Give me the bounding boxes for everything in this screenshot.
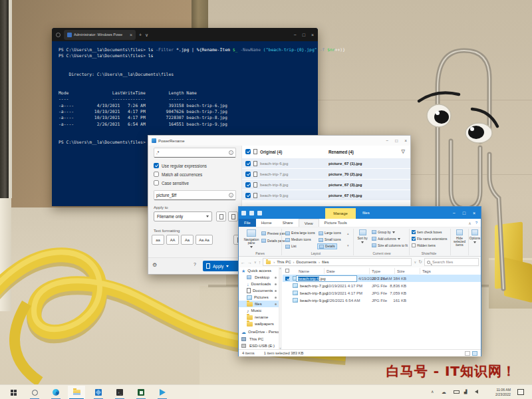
options-button[interactable]: Options xyxy=(469,229,481,243)
maximize-button[interactable]: □ xyxy=(395,138,398,143)
explorer-titlebar[interactable]: Manage files − □ × xyxy=(239,207,481,219)
navigation-pane-button[interactable]: Navigation pane xyxy=(243,229,260,248)
include-files-button[interactable] xyxy=(216,211,226,221)
hidden-items-option[interactable]: Hidden items xyxy=(412,243,436,247)
details-view-toggle[interactable] xyxy=(465,351,470,356)
checkbox-checked-icon[interactable] xyxy=(412,230,416,234)
sidebar-item-wallpapers[interactable]: wallpapers xyxy=(239,321,279,327)
sidebar-item-pictures[interactable]: Pictures xyxy=(239,294,279,301)
sidebar-item-quick-access[interactable]: ★Quick access xyxy=(239,267,279,274)
column-header-name[interactable]: Name xyxy=(299,267,309,275)
scroll-up-icon[interactable]: ∧ xyxy=(279,267,281,270)
apply-button[interactable]: Apply xyxy=(203,261,240,271)
header-checkbox[interactable] xyxy=(285,269,289,273)
apply-to-dropdown[interactable]: Filename only xyxy=(154,211,212,221)
column-header-type[interactable]: Type xyxy=(372,267,380,275)
file-row[interactable]: beach-trip-9.jpg 2/26/2021 6:54 AM JPG F… xyxy=(283,297,481,304)
size-columns-button[interactable]: Size all columns to fit xyxy=(372,243,408,247)
item-check-boxes-option[interactable]: Item check boxes xyxy=(412,230,442,234)
start-button[interactable] xyxy=(8,387,19,398)
terminal-titlebar[interactable]: Administrator: Windows Powe × + ∨ − □ × xyxy=(52,28,318,41)
help-icon[interactable]: ? xyxy=(475,221,477,225)
file-row-selected[interactable]: beach-trip-6 .jpg 4/19/2021 7:26 AM JPG … xyxy=(283,275,481,282)
terminal-content[interactable]: PS C:\Users\m__la\Documents\files> ls -F… xyxy=(52,41,318,146)
search-button[interactable] xyxy=(29,387,40,398)
checkbox-unchecked-icon[interactable] xyxy=(154,180,159,186)
onedrive-tray-icon[interactable]: ☁ xyxy=(442,389,446,395)
powertoys-taskbar-button[interactable] xyxy=(157,387,168,398)
case-sensitive-option[interactable]: Case sensitive xyxy=(154,180,189,186)
layout-details-selected[interactable]: Details xyxy=(317,243,337,249)
breadcrumb[interactable]: › This PC › Documents › files xyxy=(263,258,412,266)
file-explorer-taskbar-button[interactable] xyxy=(71,387,82,398)
taskbar-clock[interactable]: 11:06 AM 2/23/2022 xyxy=(484,388,511,397)
sidebar-item-this-pc[interactable]: This PC xyxy=(239,336,279,342)
sidebar-item-files[interactable]: files xyxy=(239,301,279,307)
collapse-ribbon-icon[interactable]: ∧ xyxy=(468,221,471,225)
layout-large-icons[interactable]: Large icons xyxy=(317,230,342,236)
sidebar-item-onedrive[interactable]: ☁OneDrive - Personal xyxy=(239,329,279,335)
tray-chevron-up-icon[interactable]: ∧ xyxy=(431,389,434,395)
minimize-button[interactable]: − xyxy=(453,211,456,215)
checkbox-unchecked-icon[interactable] xyxy=(412,243,416,247)
refresh-icon[interactable]: ↻ xyxy=(418,259,422,265)
add-columns-button[interactable]: Add columns xyxy=(372,237,400,241)
include-folders-button[interactable] xyxy=(228,211,238,221)
quick-access-toolbar-icon[interactable] xyxy=(257,211,262,215)
address-dropdown-icon[interactable]: ∨ xyxy=(414,260,416,264)
rename-row[interactable]: beach-trip-9.jpg picture_67 (4).jpg xyxy=(242,190,410,200)
column-separator[interactable] xyxy=(369,268,370,274)
tab-file[interactable]: File xyxy=(239,219,256,227)
rename-edit-box[interactable]: beach-trip-6 .jpg xyxy=(296,275,357,282)
lowercase-button[interactable]: aa xyxy=(152,235,164,245)
regex-option[interactable]: Use regular expressions xyxy=(154,162,207,169)
minimize-button[interactable]: − xyxy=(294,33,297,37)
group-by-button[interactable]: Group by xyxy=(372,230,395,234)
up-button[interactable]: ↑ xyxy=(259,260,261,265)
large-icons-view-toggle[interactable] xyxy=(472,351,477,356)
match-all-option[interactable]: Match all occurrences xyxy=(154,171,202,178)
settings-gear-icon[interactable]: ⚙ xyxy=(152,262,157,269)
terminal-taskbar-button[interactable]: ›_ xyxy=(114,387,125,398)
tab-view[interactable]: View xyxy=(299,219,319,227)
filter-funnel-icon[interactable]: ▽ xyxy=(402,149,405,154)
sidebar-item-music[interactable]: ♪Music xyxy=(239,307,279,314)
search-pattern-input[interactable]: .* i xyxy=(154,148,236,158)
speaker-icon[interactable] xyxy=(475,390,478,394)
column-separator[interactable] xyxy=(394,268,395,274)
checkbox-checked-icon[interactable] xyxy=(154,163,159,168)
row-checkbox[interactable] xyxy=(245,193,251,198)
checkbox-checked-icon[interactable] xyxy=(412,237,416,241)
help-button[interactable]: ? xyxy=(194,262,196,267)
search-box[interactable]: Search files xyxy=(424,258,479,266)
original-column-header[interactable]: Original (4) xyxy=(260,150,282,154)
column-header-size[interactable]: Size xyxy=(397,267,405,275)
sidebar-item-documents[interactable]: Documents xyxy=(239,287,279,294)
titlecase-button[interactable]: Aa xyxy=(181,235,194,245)
sort-by-button[interactable]: Sort by xyxy=(356,229,369,243)
maximize-button[interactable]: □ xyxy=(463,211,466,215)
new-tab-button[interactable]: + xyxy=(139,33,142,37)
row-checkbox[interactable] xyxy=(245,161,251,166)
close-button[interactable]: × xyxy=(311,33,314,37)
powerrename-titlebar[interactable]: PowerRename − □ × xyxy=(148,136,410,146)
app-taskbar-button[interactable] xyxy=(136,387,146,398)
rename-row[interactable]: beach-trip-6.jpg picture_67 (1).jpg xyxy=(242,158,410,168)
checkbox-unchecked-icon[interactable] xyxy=(154,172,159,177)
battery-icon[interactable] xyxy=(454,390,460,394)
recent-locations-icon[interactable]: ∨ xyxy=(254,260,257,264)
row-checkbox-checked[interactable] xyxy=(285,277,289,281)
column-header-date[interactable]: Date xyxy=(327,267,335,275)
edge-taskbar-button[interactable] xyxy=(51,387,61,398)
renamed-column-header[interactable]: Renamed (4) xyxy=(329,150,354,154)
capitalize-button[interactable]: Aa Aa xyxy=(196,235,213,245)
breadcrumb-files[interactable]: files xyxy=(322,260,329,264)
sidebar-item-esd-usb[interactable]: ESD-USB (E:) xyxy=(239,342,279,349)
close-button[interactable]: × xyxy=(404,138,407,143)
uppercase-button[interactable]: AA xyxy=(166,235,179,245)
tab-picture-tools[interactable]: Picture Tools xyxy=(319,219,352,227)
manage-context-tab[interactable]: Manage xyxy=(325,208,356,219)
layout-medium-icons[interactable]: Medium icons xyxy=(284,237,313,243)
action-center-icon[interactable] xyxy=(517,389,524,395)
photos-taskbar-button[interactable] xyxy=(93,387,104,398)
